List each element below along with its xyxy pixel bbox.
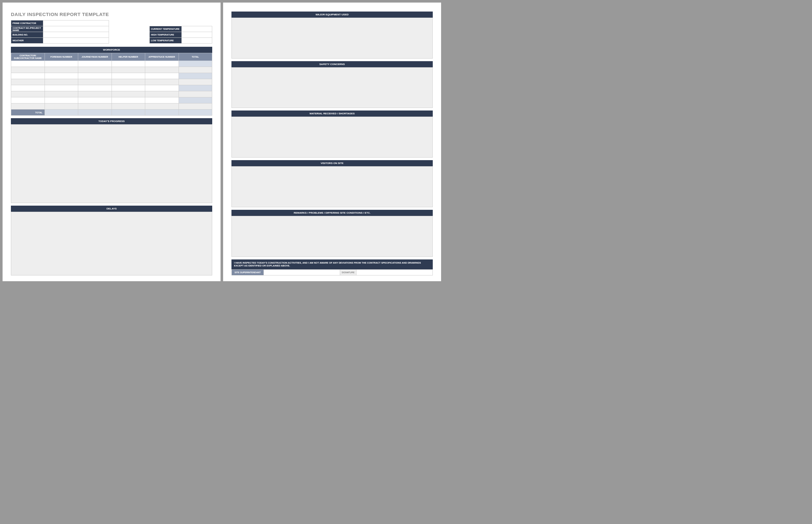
material-header: MATERIAL RECEIVED / SHORTAGES bbox=[232, 111, 433, 117]
visitors-field[interactable] bbox=[232, 166, 433, 207]
page-1: DAILY INSPECTION REPORT TEMPLATE PRIME C… bbox=[3, 3, 221, 281]
delays-field[interactable] bbox=[11, 212, 212, 276]
equipment-field[interactable] bbox=[232, 18, 433, 59]
progress-header: TODAY'S PROGRESS bbox=[11, 118, 212, 124]
table-row[interactable] bbox=[11, 97, 212, 103]
superintendent-label: SITE SUPERINTENDANT bbox=[232, 270, 264, 276]
weather-field[interactable] bbox=[43, 38, 109, 44]
project-info-table: PRIME CONTRACTOR CONTRACT NO./PROJECT NA… bbox=[11, 20, 109, 44]
table-row[interactable] bbox=[11, 103, 212, 110]
building-no-field[interactable] bbox=[43, 32, 109, 38]
current-temp-field[interactable] bbox=[182, 26, 212, 32]
page-2: MAJOR EQUIPMENT USED SAFETY CONCERNS MAT… bbox=[223, 3, 441, 281]
safety-field[interactable] bbox=[232, 67, 433, 108]
material-field[interactable] bbox=[232, 117, 433, 158]
wf-col-apprentice: APPRENTIUCE NUMBER bbox=[145, 53, 179, 61]
temperature-table: CURRENT TEMPERATURE HIGH TEMPERATURE LOW… bbox=[149, 26, 212, 44]
header-meta: PRIME CONTRACTOR CONTRACT NO./PROJECT NA… bbox=[11, 20, 212, 44]
superintendent-field[interactable] bbox=[264, 270, 340, 276]
table-row[interactable] bbox=[11, 85, 212, 91]
table-row[interactable] bbox=[11, 67, 212, 73]
table-row[interactable] bbox=[11, 79, 212, 85]
safety-header: SAFETY CONCERNS bbox=[232, 61, 433, 67]
wf-col-foreman: FOREMAN NUMBER bbox=[45, 53, 78, 61]
wf-total-label: TOTAL bbox=[11, 110, 45, 116]
building-no-label: BUILDING NO. bbox=[11, 32, 43, 38]
prime-contractor-field[interactable] bbox=[43, 20, 109, 26]
signature-table: SITE SUPERINTENDANT SIGNATURE bbox=[232, 269, 433, 276]
current-temp-label: CURRENT TEMPERATURE bbox=[150, 26, 182, 32]
high-temp-label: HIGH TEMPERATURE bbox=[150, 32, 182, 38]
workforce-table: CONTRACTOR/ SUBCONTRACTOR NAME FOREMAN N… bbox=[11, 53, 212, 116]
remarks-field[interactable] bbox=[232, 216, 433, 257]
table-row[interactable] bbox=[11, 61, 212, 67]
wf-col-contractor: CONTRACTOR/ SUBCONTRACTOR NAME bbox=[11, 53, 45, 61]
inspection-statement: I HAVE INSPECTED TODAY'S CONSTRUCTION AC… bbox=[232, 259, 433, 270]
table-row[interactable] bbox=[11, 91, 212, 97]
equipment-header: MAJOR EQUIPMENT USED bbox=[232, 12, 433, 18]
low-temp-field[interactable] bbox=[182, 38, 212, 44]
workforce-header: WORKFORCE bbox=[11, 47, 212, 53]
progress-field[interactable] bbox=[11, 124, 212, 203]
high-temp-field[interactable] bbox=[182, 32, 212, 38]
remarks-header: REMARKS / PROBLEMS / DIFFERING SITE COND… bbox=[232, 210, 433, 216]
signature-field[interactable] bbox=[356, 270, 433, 276]
page-title: DAILY INSPECTION REPORT TEMPLATE bbox=[11, 12, 212, 17]
wf-col-helper: HELPER NUMBER bbox=[112, 53, 145, 61]
wf-col-total: TOTAL bbox=[178, 53, 212, 61]
contract-no-field[interactable] bbox=[43, 26, 109, 32]
low-temp-label: LOW TEMPERATURE bbox=[150, 38, 182, 44]
visitors-header: VISITORS ON SITE bbox=[232, 160, 433, 166]
weather-label: WEATHER bbox=[11, 38, 43, 44]
wf-total-row: TOTAL bbox=[11, 110, 212, 116]
prime-contractor-label: PRIME CONTRACTOR bbox=[11, 20, 43, 26]
delays-header: DELAYS bbox=[11, 206, 212, 212]
signature-label: SIGNATURE bbox=[340, 270, 356, 276]
contract-no-label: CONTRACT NO./PROJECT NAME bbox=[11, 26, 43, 32]
wf-col-journeyman: JOURNEYMAN NUMBER bbox=[78, 53, 112, 61]
table-row[interactable] bbox=[11, 73, 212, 79]
